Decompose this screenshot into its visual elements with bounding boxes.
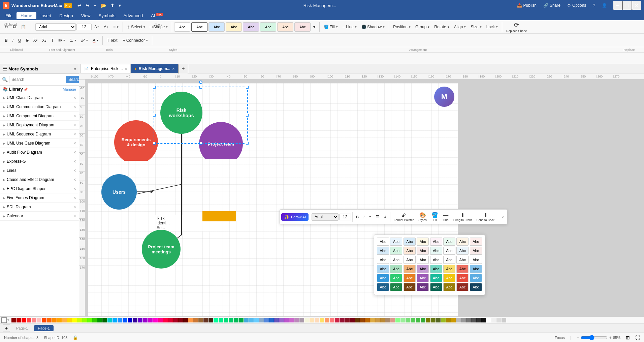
float-font-select[interactable]: Arial bbox=[312, 213, 339, 221]
numbering-button[interactable]: 1. bbox=[68, 37, 78, 44]
color-swatch[interactable] bbox=[466, 318, 471, 322]
font-size-input[interactable] bbox=[76, 24, 92, 30]
style-cell[interactable]: Abc bbox=[377, 274, 389, 282]
font-select[interactable]: Arial bbox=[35, 23, 76, 31]
color-swatch[interactable] bbox=[37, 318, 41, 322]
color-swatch[interactable] bbox=[32, 318, 36, 322]
text-tool-button[interactable]: T Text bbox=[105, 37, 119, 44]
float-line-button[interactable]: — Line bbox=[441, 211, 451, 223]
color-swatch[interactable] bbox=[82, 318, 87, 322]
bullet-button[interactable]: ≡• bbox=[56, 37, 67, 44]
color-swatch[interactable] bbox=[52, 318, 57, 322]
sidebar-item-design[interactable]: Design bbox=[55, 12, 77, 19]
zoom-in-button[interactable]: + bbox=[609, 335, 612, 340]
float-styles-button[interactable]: 🎨 Styles bbox=[416, 211, 429, 223]
color-swatch[interactable] bbox=[42, 318, 46, 322]
color-swatch[interactable] bbox=[481, 318, 486, 322]
color-swatch[interactable] bbox=[330, 318, 334, 322]
style-cell[interactable]: Abc bbox=[430, 265, 442, 273]
color-swatch[interactable] bbox=[385, 318, 390, 322]
open-button[interactable]: 📂 bbox=[99, 2, 108, 9]
close-icon[interactable]: × bbox=[73, 95, 76, 100]
library-item-lines[interactable]: ▶ Lines × bbox=[0, 166, 79, 175]
color-swatch[interactable] bbox=[62, 318, 67, 322]
library-item-uml-dep[interactable]: ▶ UML Deployment Diagram × bbox=[0, 121, 79, 130]
color-swatch[interactable] bbox=[446, 318, 451, 322]
color-swatch[interactable] bbox=[279, 318, 284, 322]
close-button[interactable]: ✕ bbox=[632, 1, 641, 10]
add-page-button[interactable]: + bbox=[3, 324, 10, 332]
style-cell[interactable]: Abc bbox=[470, 256, 482, 264]
zoom-slider[interactable] bbox=[581, 335, 608, 340]
color-swatch[interactable] bbox=[208, 318, 213, 322]
color-swatch[interactable] bbox=[320, 318, 324, 322]
library-item-cause[interactable]: ▶ Cause and Effect Diagram × bbox=[0, 175, 79, 184]
color-swatch[interactable] bbox=[148, 318, 153, 322]
color-swatch[interactable] bbox=[502, 318, 506, 322]
close-icon[interactable]: × bbox=[73, 131, 76, 137]
color-swatch[interactable] bbox=[426, 318, 430, 322]
color-swatch[interactable] bbox=[431, 318, 436, 322]
color-swatch[interactable] bbox=[304, 318, 309, 322]
style-cell[interactable]: Abc bbox=[377, 283, 389, 291]
fit-button[interactable]: ⊞ bbox=[626, 335, 630, 340]
color-swatch[interactable] bbox=[274, 318, 279, 322]
paste-button[interactable]: 📋 bbox=[19, 24, 28, 30]
color-swatch[interactable] bbox=[264, 318, 269, 322]
close-icon[interactable]: × bbox=[73, 122, 76, 128]
color-swatch[interactable] bbox=[390, 318, 395, 322]
sidebar-item-file[interactable]: File bbox=[1, 12, 17, 19]
underline-button[interactable]: U bbox=[16, 37, 23, 44]
color-swatch[interactable] bbox=[461, 318, 466, 322]
color-swatch[interactable] bbox=[491, 318, 496, 322]
color-swatch[interactable] bbox=[224, 318, 228, 322]
tab-risk-management[interactable]: ● Risk Managem... × bbox=[131, 64, 178, 73]
style-thumb-2[interactable]: Abc bbox=[191, 22, 207, 32]
format-painter-button[interactable]: 🖌 Format Painter bbox=[392, 211, 416, 223]
color-swatch[interactable] bbox=[138, 318, 142, 322]
align-button[interactable]: ≡ bbox=[111, 24, 121, 30]
float-fill-button[interactable]: 🪣 Fill bbox=[429, 211, 440, 223]
style-cell[interactable]: Abc bbox=[417, 265, 429, 273]
replace-shape-button[interactable]: ⟳ Replace Shape bbox=[504, 21, 529, 33]
color-swatch[interactable] bbox=[203, 318, 208, 322]
color-swatch[interactable] bbox=[57, 318, 62, 322]
style-cell[interactable]: Abc bbox=[456, 256, 469, 264]
color-swatch[interactable] bbox=[128, 318, 132, 322]
color-swatch[interactable] bbox=[173, 318, 178, 322]
edraw-ai-float-button[interactable]: ✨ Edraw AI bbox=[281, 213, 309, 221]
bold-button[interactable]: B bbox=[3, 37, 10, 44]
color-swatch[interactable] bbox=[17, 318, 21, 322]
style-cell[interactable]: Abc bbox=[404, 256, 416, 264]
library-item-sdl[interactable]: ▶ SDL Diagram × bbox=[0, 203, 79, 212]
close-icon[interactable]: × bbox=[73, 159, 76, 164]
color-swatch[interactable] bbox=[325, 318, 329, 322]
rotate-button[interactable]: Rotate bbox=[432, 24, 451, 30]
sidebar-collapse-button[interactable]: « bbox=[73, 66, 76, 71]
color-swatch[interactable] bbox=[244, 318, 249, 322]
style-cell[interactable]: Abc bbox=[417, 256, 429, 264]
style-thumb-1[interactable]: Abc bbox=[174, 22, 190, 32]
library-item-five-forces[interactable]: ▶ Five Forces Diagram × bbox=[0, 193, 79, 203]
close-icon[interactable]: × bbox=[73, 113, 76, 119]
style-cell[interactable]: Abc bbox=[456, 265, 469, 273]
color-swatch[interactable] bbox=[234, 318, 238, 322]
style-cell[interactable]: Abc bbox=[456, 274, 469, 282]
connector-button[interactable]: ⤷ Connector bbox=[120, 37, 150, 44]
close-icon[interactable]: × bbox=[73, 213, 76, 219]
project-team-shape[interactable]: Project team bbox=[199, 122, 243, 159]
color-swatch[interactable] bbox=[355, 318, 360, 322]
color-swatch[interactable] bbox=[360, 318, 365, 322]
add-tab-button[interactable]: + bbox=[178, 64, 188, 74]
project-team-meetings-shape[interactable]: Project teammeetings bbox=[142, 230, 181, 269]
style-cell[interactable]: Abc bbox=[417, 247, 429, 255]
color-swatch[interactable] bbox=[365, 318, 370, 322]
style-cell[interactable]: Abc bbox=[377, 256, 389, 264]
fill-button[interactable]: 🪣 Fill bbox=[322, 24, 340, 30]
float-font-color-button[interactable]: A bbox=[382, 214, 388, 220]
color-swatch[interactable] bbox=[77, 318, 82, 322]
float-align-button[interactable]: ≡ bbox=[367, 214, 373, 220]
style-cell[interactable]: Abc bbox=[456, 238, 469, 246]
library-item-audit[interactable]: ▶ Audit Flow Diagram × bbox=[0, 148, 79, 157]
close-icon[interactable]: × bbox=[73, 186, 76, 191]
